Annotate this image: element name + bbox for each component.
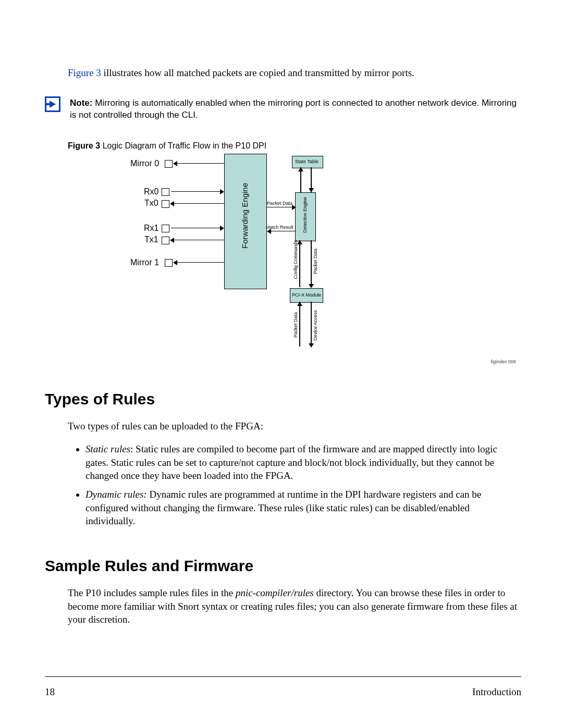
state-table-label: State Table (295, 159, 319, 164)
device-access-label: Device Access (313, 310, 318, 341)
note-body: Note: Mirroring is automatically enabled… (70, 97, 521, 121)
sample-dir: pnic-compiler/rules (236, 587, 314, 598)
label-rx0: Rx0 (144, 187, 158, 196)
note-block: Note: Mirroring is automatically enabled… (45, 97, 521, 121)
figure-link[interactable]: Figure 3 (68, 67, 101, 78)
dynamic-rules-label: Dynamic rules: (85, 489, 147, 500)
port-rx0 (162, 188, 169, 196)
sample-paragraph: The P10 includes sample rules files in t… (68, 586, 521, 626)
label-tx0: Tx0 (144, 199, 158, 208)
list-item: Dynamic rules: Dynamic rules are program… (85, 488, 521, 528)
note-label: Note: (70, 98, 92, 108)
rules-list: Static rules: Static rules are compiled … (68, 442, 521, 528)
list-item: Static rules: Static rules are compiled … (85, 442, 521, 483)
figure-number: Figure 3 (68, 141, 100, 150)
label-tx1: Tx1 (144, 235, 158, 244)
port-tx1 (162, 237, 169, 244)
note-arrow-icon (45, 96, 60, 112)
intro-paragraph: Figure 3 illustrates how all matched pac… (68, 66, 521, 80)
config-commands-label: Config Commands (293, 240, 298, 279)
figure-caption: Figure 3 Logic Diagram of Traffic Flow i… (68, 141, 521, 151)
label-mirror0: Mirror 0 (130, 159, 159, 168)
heading-types-of-rules: Types of Rules (45, 390, 521, 408)
section-name: Introduction (472, 686, 521, 698)
page-number: 18 (45, 686, 55, 698)
label-mirror1: Mirror 1 (130, 258, 159, 267)
forwarding-engine-box: Forwarding Engine (224, 154, 267, 289)
pcix-module-box: PCI-X Module (290, 288, 323, 303)
port-mirror1 (165, 259, 173, 267)
port-tx0 (162, 200, 169, 208)
note-text: Mirroring is automatically enabled when … (70, 98, 517, 120)
forwarding-engine-label: Forwarding Engine (240, 183, 249, 249)
detection-engine-label: Detection Engine (302, 197, 308, 233)
packet-data2-label: Packet Data (313, 249, 318, 274)
match-result-label: Match Result (266, 225, 293, 230)
logic-diagram: Mirror 0 Rx0 Tx0 Rx1 Tx1 Mirror 1 (130, 156, 516, 364)
state-table-box: State Table (292, 156, 323, 168)
figure-title: Logic Diagram of Traffic Flow in the P10… (100, 141, 266, 150)
detection-engine-box: Detection Engine (295, 192, 316, 241)
page-footer: 18 Introduction (45, 676, 521, 698)
packet-data-label: Packet Data (267, 201, 292, 206)
intro-rest: illustrates how all matched packets are … (101, 67, 414, 78)
static-rules-label: Static rules (85, 443, 130, 454)
pcix-module-label: PCI-X Module (292, 292, 321, 298)
sample-text-1: The P10 includes sample rules files in t… (68, 587, 236, 598)
static-rules-text: : Static rules are compiled to become pa… (85, 443, 497, 481)
port-rx1 (162, 225, 169, 232)
heading-sample-rules: Sample Rules and Firmware (45, 557, 521, 575)
types-intro: Two types of rules can be uploaded to th… (68, 419, 521, 433)
label-rx1: Rx1 (144, 224, 158, 233)
packet-data3-label: Packet Data (293, 312, 298, 338)
port-mirror0 (165, 160, 173, 168)
figure-index-code: figindex 006 (491, 359, 516, 364)
